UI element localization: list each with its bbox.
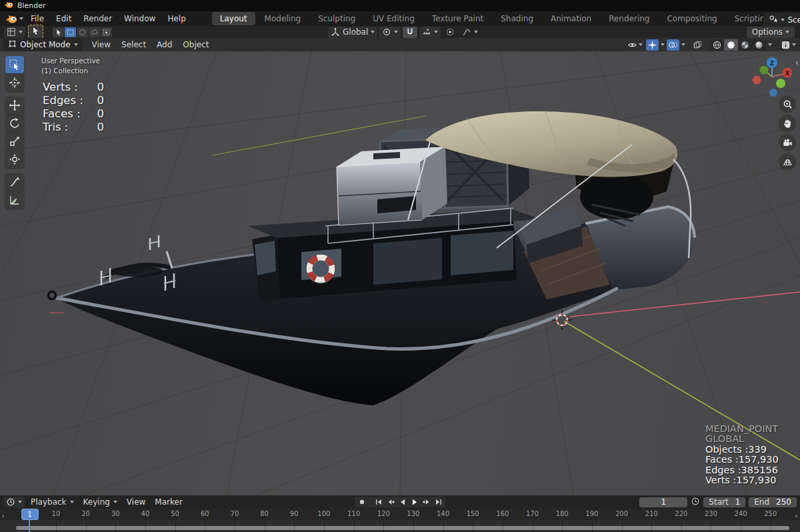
transform-orientation-dropdown[interactable]: Global (328, 27, 377, 38)
frame-gridline (681, 520, 682, 532)
tab-compositing[interactable]: Compositing (659, 12, 725, 25)
overlays-dropdown[interactable] (681, 43, 685, 46)
tab-layout[interactable]: Layout (212, 12, 255, 25)
xray-toggle[interactable] (691, 39, 704, 51)
shading-dropdown[interactable] (768, 43, 772, 46)
tool-rotate-button[interactable] (5, 115, 24, 132)
camera-view-button[interactable] (779, 134, 796, 151)
viewport-menu-add[interactable]: Add (151, 39, 177, 51)
timeline-menu-view[interactable]: View (122, 496, 150, 508)
record-button[interactable] (356, 497, 367, 507)
viewport-menu-view[interactable]: View (87, 39, 116, 51)
stat-row-faces-: Faces :0 (43, 107, 104, 121)
tab-animation[interactable]: Animation (543, 12, 599, 25)
pivot-stats-overlay: MEDIAN_POINTGLOBALObjects :339Faces :157… (705, 424, 779, 485)
sidebar-collapse-arrow[interactable]: ‹ (795, 57, 799, 67)
menu-window[interactable]: Window (118, 13, 161, 25)
tab-rendering[interactable]: Rendering (601, 12, 657, 25)
show-gizmo-toggle[interactable] (646, 39, 659, 51)
current-frame-value: 1 (661, 497, 666, 507)
mode-select-box-button[interactable] (65, 27, 76, 37)
ruler-tick-110: 110 (347, 510, 360, 517)
tool-annotate-button[interactable] (5, 173, 24, 191)
mode-select-paint-button[interactable] (101, 27, 112, 37)
tool-cursor-button[interactable] (5, 74, 24, 91)
timeline-editor[interactable]: PlaybackKeyingViewMarker 1 Start1 End250… (0, 495, 800, 532)
frame-gridline (413, 520, 414, 532)
mode-select-lasso-button[interactable] (89, 27, 100, 37)
timeline-track-area[interactable] (0, 520, 800, 532)
play-reverse-button[interactable] (397, 497, 408, 507)
tab-uv-editing[interactable]: UV Editing (365, 12, 423, 25)
frame-gridline (354, 520, 355, 532)
snap-toggle[interactable] (403, 27, 417, 38)
tab-shading[interactable]: Shading (493, 12, 541, 25)
next-keyframe-button[interactable] (421, 497, 432, 507)
timeline-menu-playback[interactable]: Playback (26, 496, 79, 508)
viewport-menu-select[interactable]: Select (116, 39, 151, 51)
tool-measure-button[interactable] (5, 191, 24, 209)
shading-wireframe-button[interactable] (710, 39, 724, 51)
gizmo-x-label: X (785, 70, 790, 77)
frame-gridline (383, 520, 384, 532)
3d-viewport[interactable]: User Perspective (1) Collection Verts :0… (0, 51, 800, 495)
timeline-menu-marker[interactable]: Marker (150, 496, 187, 508)
menu-help[interactable]: Help (161, 13, 191, 25)
falloff-dropdown[interactable] (459, 27, 481, 38)
playhead-line[interactable] (29, 519, 30, 532)
play-button[interactable] (409, 497, 420, 507)
gizmo-dropdown[interactable] (661, 43, 665, 46)
start-frame-field[interactable]: Start1 (703, 497, 745, 507)
timeline-editor-type-button[interactable] (3, 497, 25, 508)
viewport-menus: ViewSelectAddObject (87, 39, 215, 51)
tool-transform-button[interactable] (5, 151, 24, 168)
timeline-expand-arrow[interactable]: › (1, 511, 5, 521)
editor-type-button[interactable] (4, 27, 25, 38)
zoom-button[interactable] (779, 95, 796, 113)
jump-last-button[interactable] (433, 497, 444, 507)
blender-logo-icon[interactable] (5, 14, 23, 24)
shading-material-button[interactable] (738, 39, 752, 51)
auto-keying-clock-icon[interactable] (691, 497, 700, 508)
tab-sculpting[interactable]: Sculpting (310, 12, 363, 25)
active-tool-indicator[interactable] (28, 25, 43, 39)
ruler-tick-250: 250 (764, 510, 777, 517)
visibility-filter-dropdown[interactable] (626, 39, 644, 51)
tool-scale-button[interactable] (5, 133, 24, 150)
mode-tweak-button[interactable] (53, 27, 64, 37)
menu-render[interactable]: Render (77, 13, 118, 25)
timeline-header: PlaybackKeyingViewMarker 1 Start1 End250 (0, 495, 800, 509)
orthographic-toggle-button[interactable] (779, 153, 796, 171)
scene-selector[interactable]: Scene (763, 13, 800, 27)
menu-file[interactable]: File (25, 13, 50, 25)
playhead[interactable]: 1 (21, 509, 39, 520)
proportional-edit-toggle[interactable] (443, 27, 457, 38)
tab-modeling[interactable]: Modeling (257, 12, 309, 25)
timeline-ruler[interactable]: › ‹ 102030405060708090100110120130140150… (0, 509, 800, 521)
options-label: Options (752, 27, 783, 37)
options-dropdown[interactable]: Options (747, 27, 795, 38)
timeline-collapse-arrow[interactable]: ‹ (795, 511, 798, 521)
tool-select-box-button[interactable] (5, 56, 24, 73)
timeline-menu-keying[interactable]: Keying (79, 496, 122, 508)
shading-rendered-button[interactable] (752, 39, 766, 51)
timeline-scrollbar[interactable] (16, 526, 789, 530)
mode-select-circle-button[interactable] (77, 27, 88, 37)
viewport-menu-object[interactable]: Object (177, 39, 214, 51)
frame-gridline (175, 520, 176, 532)
end-frame-field[interactable]: End250 (749, 497, 797, 507)
current-frame-field[interactable]: 1 (639, 497, 687, 507)
jump-first-button[interactable] (373, 497, 384, 507)
menu-edit[interactable]: Edit (50, 13, 77, 25)
tab-texture-paint[interactable]: Texture Paint (424, 12, 491, 25)
mode-selector[interactable]: Object Mode (3, 38, 83, 51)
viewport-info-dropdown[interactable] (779, 39, 797, 51)
pan-hand-button[interactable] (779, 115, 796, 132)
tool-move-button[interactable] (5, 97, 24, 114)
ruler-tick-200: 200 (615, 510, 628, 517)
pivot-point-dropdown[interactable] (379, 27, 401, 38)
prev-keyframe-button[interactable] (385, 497, 396, 507)
show-overlays-toggle[interactable] (667, 39, 679, 51)
shading-solid-button[interactable] (724, 39, 738, 51)
snap-target-dropdown[interactable] (419, 27, 441, 38)
